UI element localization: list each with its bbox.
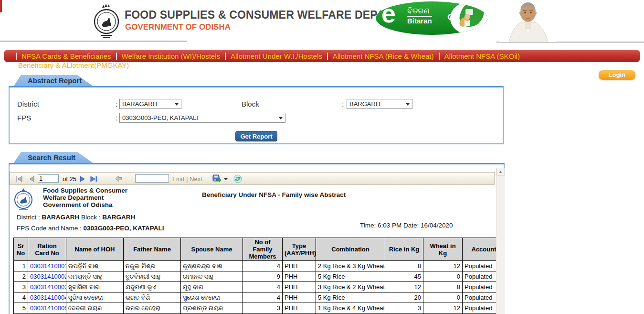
next-link[interactable]: Next bbox=[190, 175, 202, 183]
scrollbar-up-arrow-icon[interactable]: ▲ bbox=[496, 168, 505, 176]
login-button[interactable]: Login bbox=[599, 70, 635, 80]
col-header: Name of HOH bbox=[66, 238, 124, 261]
table-row: 203031410002ଦମୟନ୍ତି ସାହୁବୁଚବିହାରୀ ସାହୁରମ… bbox=[14, 271, 497, 282]
page-count-label: of 25 bbox=[63, 175, 76, 183]
col-header: Combination bbox=[316, 238, 385, 261]
page: FOOD SUPPLIES & CONSUMER WELFARE DEPARTM… bbox=[0, 0, 644, 314]
report-fps-label: FPS Code and Name : bbox=[17, 225, 82, 232]
corner-red-mark bbox=[0, 0, 2, 12]
report-district-label: District : bbox=[17, 214, 40, 221]
col-header: Account bbox=[463, 238, 497, 261]
previous-page-icon[interactable] bbox=[29, 176, 34, 182]
report-fps-line: FPS Code and Name : 0303G003-PEO, KATAPA… bbox=[17, 225, 164, 232]
ration-card-link[interactable]: 03031410003 bbox=[28, 282, 66, 292]
find-link[interactable]: Find bbox=[172, 175, 184, 183]
chief-minister-photo bbox=[499, 0, 556, 42]
table-row: 303031410003ସୁବାସିନୀ ବାଗଯଦୁମଣୀ ଭୂଏମୁହୁ ବ… bbox=[14, 282, 497, 292]
refresh-icon[interactable] bbox=[233, 174, 242, 183]
cell: କୃଷ୍ଣଚନ୍ଦ୍ର ବାଶ bbox=[181, 261, 243, 271]
cell: 20 bbox=[385, 292, 423, 303]
cell: ସୁରେଶ ବେହେରା bbox=[181, 292, 243, 303]
export-dropdown-caret-icon[interactable] bbox=[224, 178, 228, 180]
nav-item-pmgkay[interactable]: Beneficiary & ALlotment(PMGKAY) bbox=[18, 61, 129, 69]
ebitaran-latin-text: Bitaran bbox=[407, 17, 432, 25]
cell: 4 bbox=[243, 261, 283, 271]
cell: ଦମୟନ୍ତି ସାହୁ bbox=[66, 271, 124, 282]
cell: ଭରତ ବିଶି bbox=[124, 292, 181, 303]
search-result-panel: of 25 Find | Next bbox=[9, 163, 505, 314]
fps-label: FPS bbox=[17, 114, 31, 122]
col-header: Father Name bbox=[124, 238, 181, 261]
ration-card-link[interactable]: 03031410001 bbox=[28, 261, 66, 271]
nav-separator bbox=[16, 53, 17, 60]
odisha-map-icon bbox=[451, 2, 487, 34]
district-select[interactable]: BARAGARH bbox=[119, 99, 181, 109]
next-page-icon[interactable] bbox=[80, 176, 85, 182]
block-select[interactable]: BARGARH bbox=[347, 99, 412, 109]
find-next-links: Find | Next bbox=[172, 175, 202, 183]
ebitaran-odisha-logo: e ବିତରଣ Bitaran Odisha bbox=[376, 1, 487, 35]
cell: 8 bbox=[423, 282, 463, 292]
chevron-down-icon bbox=[406, 103, 410, 106]
cell: 2 Kg Rice & 3 Kg Wheat bbox=[316, 261, 385, 271]
nav-item[interactable]: NFSA Cards & Beneficiaries bbox=[17, 52, 116, 60]
cell: PHH bbox=[283, 303, 316, 314]
report-org-name: Food Supplies & Consumer Welfare Departm… bbox=[43, 187, 127, 208]
nav-item[interactable]: Welfare Institution (WI)/Hostels bbox=[117, 52, 224, 60]
vertical-scrollbar[interactable]: ▲ bbox=[496, 168, 505, 314]
nav-item[interactable]: Allotment NFSA (Rice & Wheat) bbox=[328, 52, 438, 60]
cell: 3 bbox=[385, 303, 423, 314]
nav-separator bbox=[327, 53, 328, 60]
odisha-state-emblem-icon bbox=[94, 3, 120, 39]
cell: 1 Kg Rice & 4 Kg Wheat bbox=[316, 303, 385, 314]
table-row: 103031410001ଉପଢ଼ିନି ବାଶନକୁଲ ମିଶ୍ରକୃଷ୍ଣଚନ… bbox=[14, 261, 497, 271]
table-row: 403031410004ସୁଶିଳା ବେହେରାଭରତ ବିଶିସୁରେଶ ବ… bbox=[14, 292, 497, 303]
block-label: Block bbox=[242, 100, 259, 108]
nav-item[interactable]: Allotment NFSA (SKOil) bbox=[440, 52, 524, 60]
nav-separator bbox=[439, 53, 440, 60]
col-header: Rice in Kg bbox=[385, 238, 423, 261]
fps-selected-value: 0303G003-PEO, KATAPALI bbox=[122, 114, 198, 121]
ration-card-link[interactable]: 03031410004 bbox=[28, 292, 66, 303]
cell: 5 Kg Rice bbox=[316, 292, 385, 303]
col-header: Sr No bbox=[14, 238, 28, 261]
get-report-button[interactable]: Get Report bbox=[235, 131, 277, 141]
cell: 4 bbox=[243, 292, 283, 303]
cell: ନକୁଲ ମିଶ୍ର bbox=[124, 261, 181, 271]
col-header: Spouse Name bbox=[181, 238, 243, 261]
nav-separator bbox=[225, 53, 226, 60]
export-icon[interactable] bbox=[212, 174, 222, 183]
report-district-block-line: District : BARAGARH Block : BARGARH bbox=[17, 214, 135, 221]
fps-colon: : bbox=[116, 114, 117, 122]
find-text-input[interactable] bbox=[135, 174, 169, 183]
cell: 4 bbox=[243, 282, 283, 292]
cell: PHH bbox=[283, 261, 316, 271]
cell: ରମାନନ୍ଦ ସାହୁ bbox=[181, 271, 243, 282]
last-page-icon[interactable] bbox=[90, 176, 97, 182]
nav-separator bbox=[116, 53, 117, 60]
ebitaran-e: e bbox=[381, 1, 396, 28]
block-selected-value: BARGARH bbox=[349, 100, 380, 108]
fps-select[interactable]: 0303G003-PEO, KATAPALI bbox=[119, 113, 285, 123]
cell: 9 bbox=[243, 271, 283, 282]
block-colon: : bbox=[342, 100, 344, 108]
table-header-row: Sr NoRation Card NoName of HOHFather Nam… bbox=[14, 238, 497, 261]
government-subtitle: GOVERNMENT OF ODISHA bbox=[125, 22, 231, 32]
cell: PHH bbox=[283, 282, 316, 292]
col-header: Ration Card No bbox=[28, 238, 66, 261]
ration-card-link[interactable]: 03031410002 bbox=[28, 271, 66, 282]
ration-card-link[interactable]: 03031410005 bbox=[28, 303, 66, 314]
cell: Populated bbox=[463, 282, 497, 292]
page-number-input[interactable] bbox=[38, 174, 59, 183]
nav-item[interactable]: Allotment Under W.I./Hostels bbox=[226, 52, 327, 60]
back-to-parent-icon[interactable] bbox=[115, 175, 122, 182]
report-emblem-icon bbox=[13, 188, 34, 211]
find-next-separator: | bbox=[186, 175, 188, 183]
first-page-icon[interactable] bbox=[16, 176, 23, 182]
col-header: Wheat in Kg bbox=[423, 238, 463, 261]
cell: 5 Kg Rice bbox=[316, 271, 385, 282]
abstract-report-panel: District : BARAGARH Block : BARGARH FPS … bbox=[9, 86, 504, 144]
cell: 12 bbox=[385, 282, 423, 292]
chevron-down-icon bbox=[175, 103, 179, 106]
cell: ଉପଢ଼ିନି ବାଶ bbox=[66, 261, 124, 271]
